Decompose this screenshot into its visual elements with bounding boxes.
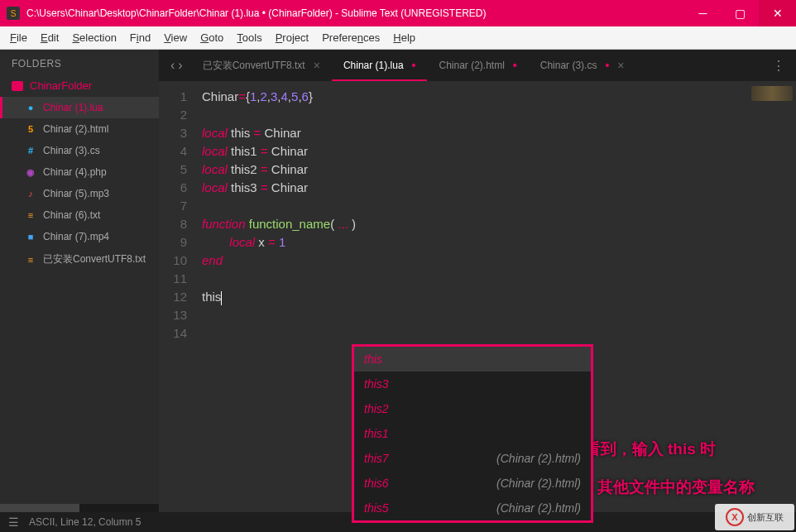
menu-goto[interactable]: Goto [194,31,230,44]
tab-label: 已安装ConvertUTF8.txt [203,59,305,73]
tree-folder[interactable]: ChinarFolder [0,74,159,97]
file-name: Chinar (5).mp3 [43,188,109,199]
menu-edit[interactable]: Edit [34,31,65,44]
menu-preferences[interactable]: Preferences [315,31,386,44]
maximize-button[interactable]: ▢ [722,0,759,26]
status-text[interactable]: ASCII, Line 12, Column 5 [29,516,141,528]
file-type-icon: # [25,146,36,156]
folder-label: ChinarFolder [30,79,92,92]
menu-selection[interactable]: Selection [65,31,122,44]
file-name: Chinar (2).html [43,123,108,135]
close-button[interactable]: ✕ [759,0,796,26]
tab-bar: ‹ › 已安装ConvertUTF8.txt×Chinar (1).lua•Ch… [159,50,796,81]
autocomplete-item[interactable]: this6(Chinar (2).html) [354,471,591,496]
tab-close-icon[interactable]: × [617,59,624,72]
window-title: C:\Users\Chinar\Desktop\ChinarFolder\Chi… [26,7,486,19]
tab-overflow-button[interactable]: ⋮ [762,58,796,74]
file-tree-item[interactable]: ■Chinar (7).mp4 [0,226,159,247]
editor-tab[interactable]: Chinar (3).cs•× [529,50,636,81]
tab-dirty-indicator: • [605,59,609,72]
file-tree-item[interactable]: ◉Chinar (4).php [0,161,159,183]
file-name: Chinar (4).php [43,166,107,178]
autocomplete-item[interactable]: this3 [354,371,591,396]
file-name: Chinar (1).lua [43,102,103,113]
ac-text: this3 [364,377,389,391]
watermark-text: 创新互联 [747,511,784,524]
autocomplete-item[interactable]: this5(Chinar (2).html) [354,496,591,520]
line-gutter: 1234567891011121314 [159,81,195,512]
file-tree-item[interactable]: ●Chinar (1).lua [0,97,159,118]
tab-dirty-indicator: • [513,59,517,72]
minimize-button[interactable]: ─ [684,0,722,26]
tab-label: Chinar (1).lua [343,60,404,71]
editor-tab[interactable]: Chinar (2).html• [427,50,528,81]
sidebar: FOLDERS ChinarFolder ●Chinar (1).lua5Chi… [0,50,159,512]
ac-text: this5 [364,501,389,515]
file-name: 已安装ConvertUTF8.txt [43,252,146,266]
ac-hint: (Chinar (2).html) [496,477,581,490]
file-type-icon: ≡ [25,210,36,220]
statusbar-menu-icon[interactable]: ☰ [8,515,19,529]
file-tree-item[interactable]: ≡Chinar (6).txt [0,204,159,226]
autocomplete-item[interactable]: this [354,347,591,371]
file-name: Chinar (3).cs [43,145,100,156]
autocomplete-popup[interactable]: thisthis3this2this1this7(Chinar (2).html… [352,344,593,523]
sidebar-header: FOLDERS [0,50,159,74]
menu-view[interactable]: View [157,31,194,44]
ac-text: this2 [364,402,389,415]
menu-tools[interactable]: Tools [230,31,268,44]
ac-text: this7 [364,452,389,465]
watermark: X 创新互联 [715,504,794,530]
menu-project[interactable]: Project [269,31,315,44]
minimap[interactable] [751,86,793,101]
autocomplete-item[interactable]: this1 [354,421,591,446]
autocomplete-item[interactable]: this2 [354,396,591,421]
menu-help[interactable]: Help [386,31,422,44]
file-type-icon: ≡ [25,255,36,265]
tab-label: Chinar (3).cs [540,60,597,71]
app-icon: S [7,7,20,20]
file-type-icon: ◉ [25,167,36,178]
editor-tab[interactable]: 已安装ConvertUTF8.txt× [191,50,332,81]
title-bar: S C:\Users\Chinar\Desktop\ChinarFolder\C… [0,0,796,26]
tab-label: Chinar (2).html [439,60,504,71]
folder-icon [12,81,23,91]
autocomplete-item[interactable]: this7(Chinar (2).html) [354,446,591,471]
ac-text: this [364,352,382,366]
ac-text: this1 [364,427,389,440]
ac-hint: (Chinar (2).html) [496,452,581,465]
menu-file[interactable]: File [3,31,34,44]
tab-dirty-indicator: • [412,59,416,72]
file-type-icon: ● [25,103,36,113]
file-tree-item[interactable]: 5Chinar (2).html [0,118,159,140]
file-name: Chinar (7).mp4 [43,231,109,242]
editor-tab[interactable]: Chinar (1).lua• [332,50,428,81]
tab-nav-back[interactable]: ‹ [170,58,175,73]
ac-text: this6 [364,477,389,490]
editor-area: ‹ › 已安装ConvertUTF8.txt×Chinar (1).lua•Ch… [159,50,796,512]
tab-close-icon[interactable]: × [314,59,320,72]
menu-find[interactable]: Find [123,31,157,44]
file-type-icon: ♪ [25,189,36,199]
file-tree-item[interactable]: ♪Chinar (5).mp3 [0,183,159,204]
file-type-icon: 5 [25,124,36,134]
file-tree-item[interactable]: ≡已安装ConvertUTF8.txt [0,247,159,271]
tab-nav-forward[interactable]: › [178,58,182,73]
watermark-logo-icon: X [726,508,744,526]
file-type-icon: ■ [25,232,36,242]
file-name: Chinar (6).txt [43,209,100,221]
file-tree-item[interactable]: #Chinar (3).cs [0,140,159,161]
ac-hint: (Chinar (2).html) [496,501,581,515]
sidebar-scrollbar[interactable] [0,504,159,512]
menu-bar: File Edit Selection Find View Goto Tools… [0,26,796,50]
